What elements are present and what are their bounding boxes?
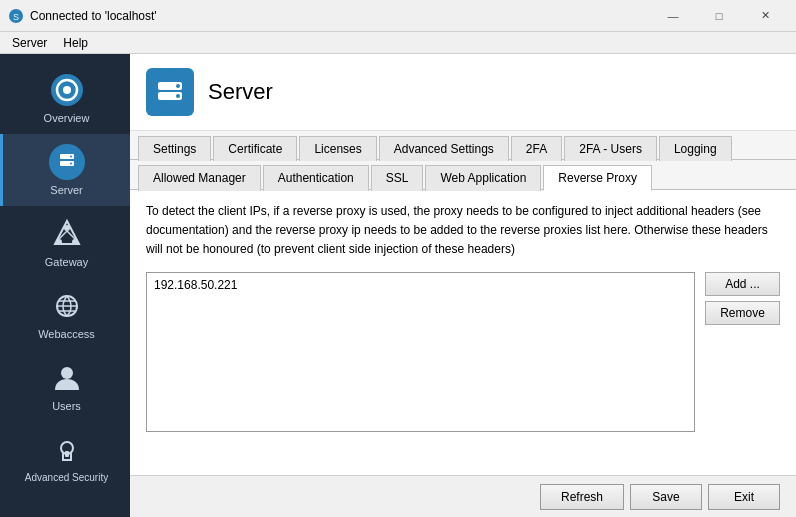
tab-certificate[interactable]: Certificate bbox=[213, 136, 297, 161]
svg-point-8 bbox=[70, 156, 72, 158]
sidebar-label-webaccess: Webaccess bbox=[38, 328, 95, 340]
add-ip-button[interactable]: Add ... bbox=[705, 272, 780, 296]
sidebar-label-overview: Overview bbox=[44, 112, 90, 124]
reverse-proxy-content: To detect the client IPs, if a reverse p… bbox=[130, 190, 796, 475]
title-bar-text: Connected to 'localhost' bbox=[30, 9, 157, 23]
ip-buttons: Add ... Remove bbox=[705, 272, 780, 463]
app-icon: S bbox=[8, 8, 24, 24]
sidebar-item-overview[interactable]: Overview bbox=[0, 62, 130, 134]
server-icon bbox=[49, 144, 85, 180]
sidebar: Overview Server bbox=[0, 54, 130, 517]
tab-2fa-users[interactable]: 2FA - Users bbox=[564, 136, 657, 161]
title-bar: S Connected to 'localhost' — □ ✕ bbox=[0, 0, 796, 32]
sidebar-item-users[interactable]: Users bbox=[0, 350, 130, 422]
footer: Refresh Save Exit bbox=[130, 475, 796, 517]
menu-server[interactable]: Server bbox=[4, 34, 55, 52]
remove-ip-button[interactable]: Remove bbox=[705, 301, 780, 325]
svg-text:S: S bbox=[13, 12, 19, 22]
refresh-button[interactable]: Refresh bbox=[540, 484, 624, 510]
tab-advanced-settings[interactable]: Advanced Settings bbox=[379, 136, 509, 161]
svg-point-12 bbox=[64, 225, 70, 231]
svg-point-20 bbox=[61, 367, 73, 379]
tab-ssl[interactable]: SSL bbox=[371, 165, 424, 191]
sidebar-label-gateway: Gateway bbox=[45, 256, 88, 268]
tab-web-application[interactable]: Web Application bbox=[425, 165, 541, 191]
save-button[interactable]: Save bbox=[630, 484, 702, 510]
sidebar-label-users: Users bbox=[52, 400, 81, 412]
tab-allowed-manager[interactable]: Allowed Manager bbox=[138, 165, 261, 191]
content-area: Server Settings Certificate Licenses Adv… bbox=[130, 54, 796, 517]
title-bar-left: S Connected to 'localhost' bbox=[8, 8, 157, 24]
tab-reverse-proxy[interactable]: Reverse Proxy bbox=[543, 165, 652, 191]
minimize-button[interactable]: — bbox=[650, 1, 696, 31]
ip-list-box[interactable]: 192.168.50.221 bbox=[146, 272, 695, 432]
sidebar-label-server: Server bbox=[50, 184, 82, 196]
menu-help[interactable]: Help bbox=[55, 34, 96, 52]
svg-point-26 bbox=[176, 94, 180, 98]
ip-section: 192.168.50.221 Add ... Remove bbox=[146, 272, 780, 463]
content-header: Server bbox=[130, 54, 796, 131]
maximize-button[interactable]: □ bbox=[696, 1, 742, 31]
tabs-row2: Allowed Manager Authentication SSL Web A… bbox=[130, 160, 796, 190]
tab-licenses[interactable]: Licenses bbox=[299, 136, 376, 161]
sidebar-item-gateway[interactable]: Gateway bbox=[0, 206, 130, 278]
menu-bar: Server Help bbox=[0, 32, 796, 54]
tab-settings[interactable]: Settings bbox=[138, 136, 211, 161]
svg-point-14 bbox=[72, 239, 78, 245]
sidebar-item-advsecurity[interactable]: Advanced Security bbox=[0, 422, 130, 493]
users-icon bbox=[49, 360, 85, 396]
sidebar-label-advsecurity: Advanced Security bbox=[21, 472, 112, 483]
overview-icon bbox=[49, 72, 85, 108]
svg-point-9 bbox=[70, 163, 72, 165]
webaccess-icon bbox=[49, 288, 85, 324]
tabs-row1: Settings Certificate Licenses Advanced S… bbox=[130, 131, 796, 160]
gateway-icon bbox=[49, 216, 85, 252]
main-area: Overview Server bbox=[0, 54, 796, 517]
reverse-proxy-description: To detect the client IPs, if a reverse p… bbox=[146, 202, 780, 260]
content-header-icon bbox=[146, 68, 194, 116]
tab-logging[interactable]: Logging bbox=[659, 136, 732, 161]
close-button[interactable]: ✕ bbox=[742, 1, 788, 31]
svg-point-13 bbox=[56, 239, 62, 245]
ip-entry: 192.168.50.221 bbox=[151, 277, 690, 293]
sidebar-item-webaccess[interactable]: Webaccess bbox=[0, 278, 130, 350]
svg-point-4 bbox=[63, 86, 71, 94]
advsecurity-icon bbox=[49, 432, 85, 468]
sidebar-item-server[interactable]: Server bbox=[0, 134, 130, 206]
title-bar-controls: — □ ✕ bbox=[650, 1, 788, 31]
svg-point-25 bbox=[176, 84, 180, 88]
tab-2fa[interactable]: 2FA bbox=[511, 136, 562, 161]
tab-authentication[interactable]: Authentication bbox=[263, 165, 369, 191]
content-header-title: Server bbox=[208, 79, 273, 105]
svg-rect-22 bbox=[65, 451, 69, 457]
exit-button[interactable]: Exit bbox=[708, 484, 780, 510]
